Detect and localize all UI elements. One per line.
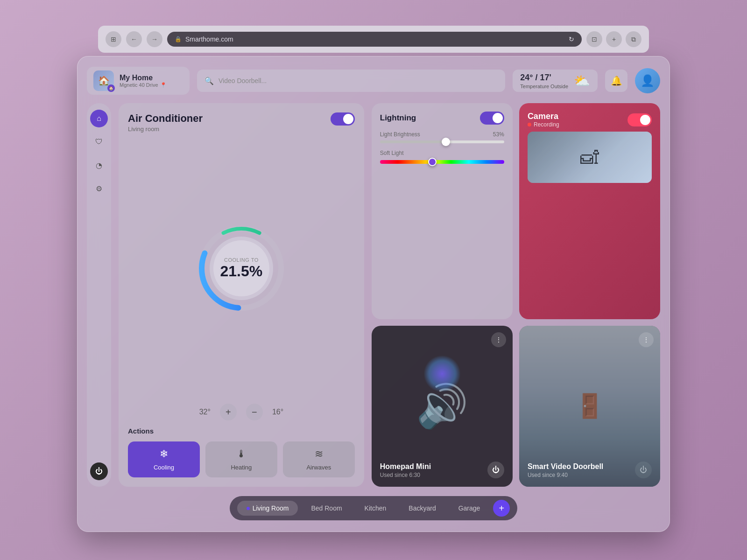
- sidebar-item-security[interactable]: 🛡: [90, 133, 108, 151]
- action-buttons: ❄ Cooling 🌡 Heating ≋ Airwaves: [128, 441, 355, 477]
- camera-panel: Camera Recording 🛋: [519, 103, 660, 319]
- home-badge: 🏠: [107, 84, 115, 92]
- top-bar: 🏠 My Home Mgnetic 40 Drive 📍 🔍 24° / 17'…: [87, 66, 660, 96]
- tab-bar: Living Room Bed Room Kitchen Backyard Ga…: [230, 496, 518, 520]
- add-room-button[interactable]: +: [493, 500, 510, 517]
- cooling-label: Cooling: [154, 464, 174, 471]
- bottom-section: Living Room Bed Room Kitchen Backyard Ga…: [87, 494, 660, 522]
- airwaves-label: Airwaves: [306, 464, 331, 471]
- sidebar: ⌂ 🛡 ◔ ⚙ ⏻: [87, 103, 111, 487]
- brightness-value: 53%: [493, 131, 504, 138]
- lightning-panel: Lightning Light Brightness 53% Soft Ligh…: [372, 103, 513, 319]
- gauge-center: COOLING TO 21.5%: [220, 257, 263, 280]
- action-cooling-button[interactable]: ❄ Cooling: [128, 441, 200, 477]
- actions-label: Actions: [128, 427, 355, 435]
- tab-garage[interactable]: Garage: [449, 501, 490, 516]
- active-tab-indicator: [247, 507, 250, 510]
- homepad-subtitle: Used since 6:30: [380, 472, 431, 478]
- pin-icon: 📍: [160, 82, 167, 88]
- color-slider[interactable]: [380, 160, 504, 164]
- action-airwaves-button[interactable]: ≋ Airwaves: [283, 441, 355, 477]
- brightness-header: Light Brightness 53%: [380, 131, 504, 138]
- temp-high: 32°: [199, 408, 211, 416]
- doorbell-menu-button[interactable]: ⋮: [639, 332, 654, 347]
- ac-temp-controls: 32° + − 16°: [128, 404, 355, 420]
- homepad-menu-button[interactable]: ⋮: [491, 332, 506, 347]
- forward-button[interactable]: →: [147, 31, 162, 47]
- home-identity: 🏠 My Home Mgnetic 40 Drive 📍: [87, 67, 190, 95]
- doorbell-info: Smart Video Doorbell Used since 9:40: [528, 462, 603, 478]
- new-tab-button[interactable]: +: [606, 31, 622, 47]
- homepad-menu: ⋮: [491, 332, 506, 347]
- doorbell-title: Smart Video Doorbell: [528, 462, 603, 471]
- camera-title-group: Camera Recording: [528, 112, 559, 128]
- temp-decrease-button[interactable]: −: [246, 404, 263, 420]
- temp-increase-button[interactable]: +: [220, 404, 237, 420]
- tabs-button[interactable]: ⧉: [626, 31, 641, 47]
- app-container: 🏠 My Home Mgnetic 40 Drive 📍 🔍 24° / 17'…: [77, 56, 670, 532]
- camera-toggle[interactable]: [627, 113, 652, 126]
- soft-light-section: Soft Light: [380, 150, 504, 164]
- camera-title: Camera: [528, 112, 559, 121]
- ac-toggle[interactable]: [331, 112, 355, 126]
- home-address: Mgnetic 40 Drive 📍: [120, 82, 183, 88]
- lock-icon: 🔒: [175, 36, 182, 42]
- sidebar-item-analytics[interactable]: ◔: [90, 156, 108, 174]
- refresh-icon[interactable]: ↻: [569, 35, 574, 43]
- tab-bed-room[interactable]: Bed Room: [302, 501, 351, 516]
- camera-header: Camera Recording: [528, 112, 652, 128]
- notifications-button[interactable]: 🔔: [605, 70, 627, 92]
- url-bar[interactable]: 🔒 Smarthome.com ↻: [167, 32, 582, 47]
- brightness-slider-row: Light Brightness 53%: [380, 131, 504, 143]
- ac-title: Air Conditioner: [128, 112, 203, 125]
- brightness-slider[interactable]: [380, 140, 504, 143]
- cooling-label: COOLING TO: [220, 257, 263, 262]
- back-button[interactable]: ←: [126, 31, 142, 47]
- recording-label: Recording: [534, 121, 559, 128]
- weather-info: 24° / 17' Temperature Outside: [520, 73, 568, 89]
- lightning-toggle[interactable]: [480, 112, 504, 125]
- tab-living-room[interactable]: Living Room: [237, 501, 298, 516]
- doorbell-card: 🚪 ⋮ Smart Video Doorbell Used since 9:40…: [519, 326, 660, 487]
- soft-light-label: Soft Light: [380, 150, 504, 156]
- color-thumb: [428, 158, 437, 166]
- weather-temp: 24° / 17': [520, 73, 568, 83]
- homepad-title: Homepad Mini: [380, 462, 431, 471]
- homepad-card: 🔊 ⋮ Homepad Mini Used since 6:30 ⏻: [372, 326, 513, 487]
- search-icon: 🔍: [204, 77, 214, 85]
- right-panels: Lightning Light Brightness 53% Soft Ligh…: [372, 103, 660, 487]
- home-info: My Home Mgnetic 40 Drive 📍: [120, 74, 183, 88]
- actions-section: Actions: [128, 427, 355, 435]
- lightning-title: Lightning: [380, 113, 416, 123]
- browser-actions: ⊡ + ⧉: [586, 31, 641, 47]
- search-input[interactable]: [218, 77, 498, 84]
- temp-low: 16°: [272, 408, 283, 416]
- heating-label: Heating: [231, 464, 252, 471]
- cast-button[interactable]: ⊡: [586, 31, 602, 47]
- ac-gauge: COOLING TO 21.5%: [195, 222, 288, 315]
- ac-header: Air Conditioner Living room: [128, 112, 355, 133]
- doorbell-menu: ⋮: [639, 332, 654, 347]
- recording-dot: [528, 123, 531, 126]
- weather-widget: 24° / 17' Temperature Outside ⛅: [513, 70, 598, 92]
- tab-backyard[interactable]: Backyard: [399, 501, 445, 516]
- sidebar-item-home[interactable]: ⌂: [90, 110, 108, 127]
- search-bar[interactable]: 🔍: [197, 70, 505, 92]
- power-button[interactable]: ⏻: [90, 462, 108, 480]
- brightness-thumb: [442, 138, 450, 146]
- main-content: ⌂ 🛡 ◔ ⚙ ⏻ Air Conditioner Living room: [87, 103, 660, 487]
- brightness-label: Light Brightness: [380, 131, 420, 138]
- lightning-header: Lightning: [380, 112, 504, 125]
- gauge-container: COOLING TO 21.5%: [128, 139, 355, 397]
- grid-icon[interactable]: ⊞: [106, 31, 121, 47]
- ac-title-group: Air Conditioner Living room: [128, 112, 203, 133]
- browser-chrome: ⊞ ← → 🔒 Smarthome.com ↻ ⊡ + ⧉: [98, 26, 649, 53]
- sidebar-item-settings[interactable]: ⚙: [90, 180, 108, 197]
- cooling-value: 21.5%: [220, 262, 263, 280]
- doorbell-subtitle: Used since 9:40: [528, 472, 603, 478]
- action-heating-button[interactable]: 🌡 Heating: [205, 441, 277, 477]
- tab-kitchen[interactable]: Kitchen: [355, 501, 396, 516]
- ac-subtitle: Living room: [128, 126, 203, 133]
- recording-status: Recording: [528, 121, 559, 128]
- home-name: My Home: [120, 74, 183, 82]
